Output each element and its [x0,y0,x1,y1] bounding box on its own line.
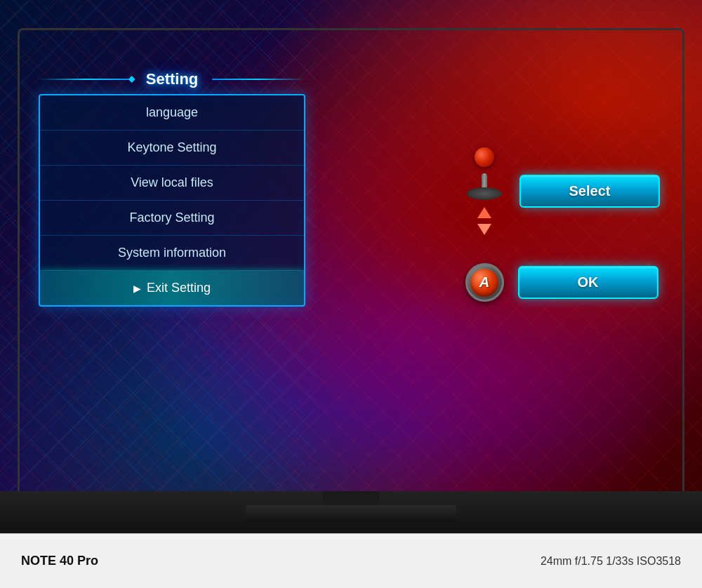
tv-stand-neck [323,491,379,505]
setting-panel: Setting language Keytone Setting View lo… [39,70,305,307]
title-line-left [39,79,132,80]
device-name: NOTE 40 Pro [21,554,98,568]
hint-row-ok: A OK [465,263,658,302]
arrow-down-icon [477,224,491,235]
menu-item-keytone[interactable]: Keytone Setting [40,131,304,166]
joystick-ball [475,147,494,167]
menu-item-factory[interactable]: Factory Setting [40,201,304,236]
arrows-icon [477,207,491,235]
hint-row-select: Select [463,147,660,235]
menu-item-system-info[interactable]: System information [40,236,304,271]
tv-screen: Setting language Keytone Setting View lo… [0,0,702,533]
hints-panel: Select A OK [463,147,660,302]
page-title: Setting [132,70,213,88]
title-line-right [212,79,305,80]
a-button-label: A [470,269,498,297]
ok-button[interactable]: OK [518,266,658,299]
title-bar: Setting [39,70,305,88]
bottom-bar: NOTE 40 Pro 24mm f/1.75 1/33s ISO3518 [0,533,702,588]
menu-item-exit[interactable]: Exit Setting [40,271,304,305]
camera-info: 24mm f/1.75 1/33s ISO3518 [541,555,681,568]
menu-item-language[interactable]: language [40,95,304,131]
menu-box: language Keytone Setting View local file… [39,94,305,307]
a-button-icon: A [465,263,504,302]
arrow-up-icon [477,207,491,218]
select-button[interactable]: Select [519,175,660,208]
joystick-icon [463,147,505,203]
joystick-base [467,187,502,200]
tv-stand-base [246,505,456,523]
tv-stand [0,491,702,533]
menu-item-view-local[interactable]: View local files [40,166,304,201]
